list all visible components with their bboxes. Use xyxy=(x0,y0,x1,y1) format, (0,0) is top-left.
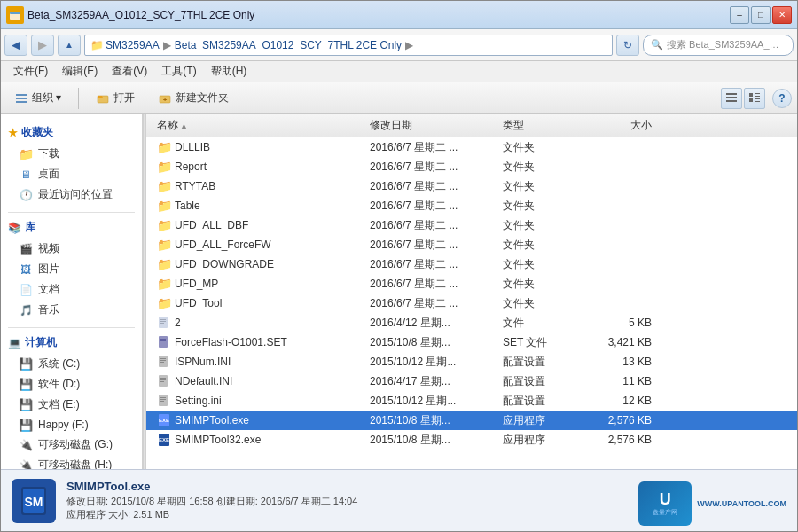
sidebar-item-g-drive[interactable]: 🔌 可移动磁盘 (G:) xyxy=(1,434,142,455)
ini-icon xyxy=(157,355,171,369)
file-date-cell: 2015/10/12 星期... xyxy=(366,355,499,370)
file-type-cell: 配置设置 xyxy=(499,374,588,389)
sidebar: ★ 收藏夹 📁 下载 🖥 桌面 🕐 最近访问的位置 xyxy=(1,114,143,469)
sidebar-item-desktop[interactable]: 🖥 桌面 xyxy=(1,164,142,184)
sidebar-item-h-drive[interactable]: 🔌 可移动磁盘 (H:) xyxy=(1,455,142,469)
file-type-cell: 文件夹 xyxy=(499,238,588,253)
sidebar-item-e-drive[interactable]: 💾 文档 (E:) xyxy=(1,395,142,415)
table-row[interactable]: 📁 UFD_DOWNGRADE 2016/6/7 星期二 ... 文件夹 xyxy=(146,254,797,274)
table-row[interactable]: EXE SMIMPTool.exe 2015/10/8 星期... 应用程序 2… xyxy=(146,411,797,430)
sidebar-item-documents[interactable]: 📄 文档 xyxy=(1,279,142,300)
sidebar-favorites-title[interactable]: ★ 收藏夹 xyxy=(1,121,142,144)
file-name-cell: EXE SMIMPTool32.exe xyxy=(153,433,366,447)
table-row[interactable]: Setting.ini 2015/10/12 星期... 配置设置 12 KB xyxy=(146,391,797,411)
sidebar-item-video[interactable]: 🎬 视频 xyxy=(1,239,142,259)
table-row[interactable]: 📁 DLLLIB 2016/6/7 星期二 ... 文件夹 xyxy=(146,137,797,157)
view-details-button[interactable] xyxy=(744,88,765,109)
table-row[interactable]: 📁 UFD_ALL_DBF 2016/6/7 星期二 ... 文件夹 xyxy=(146,215,797,235)
menu-edit[interactable]: 编辑(E) xyxy=(55,62,105,81)
minimize-button[interactable]: – xyxy=(730,6,749,24)
sidebar-library-title[interactable]: 📚 库 xyxy=(1,216,142,239)
file-name-cell: Setting.ini xyxy=(153,394,366,408)
help-button[interactable]: ? xyxy=(772,89,792,108)
svg-rect-2 xyxy=(16,94,27,96)
table-row[interactable]: 📁 Report 2016/6/7 星期二 ... 文件夹 xyxy=(146,157,797,176)
file-type-icon xyxy=(157,374,171,388)
svg-rect-34 xyxy=(160,399,166,400)
menu-tools[interactable]: 工具(T) xyxy=(154,62,203,81)
col-size-header[interactable]: 大小 xyxy=(588,114,659,137)
sidebar-item-music[interactable]: 🎵 音乐 xyxy=(1,300,142,320)
sidebar-favorites-section: ★ 收藏夹 📁 下载 🖥 桌面 🕐 最近访问的位置 xyxy=(1,121,142,205)
file-date-cell: 2016/6/7 星期二 ... xyxy=(366,257,499,272)
menu-view[interactable]: 查看(V) xyxy=(105,62,154,81)
sidebar-item-pictures[interactable]: 🖼 图片 xyxy=(1,259,142,279)
table-row[interactable]: 📁 Table 2016/6/7 星期二 ... 文件夹 xyxy=(146,196,797,215)
svg-rect-21 xyxy=(159,336,168,348)
sidebar-item-d-drive[interactable]: 💾 软件 (D:) xyxy=(1,374,142,395)
address-bar[interactable]: 📁 SM3259AA ▶ Beta_SM3259AA_O1012_SCY_7TH… xyxy=(84,35,613,56)
up-button[interactable]: ▲ xyxy=(58,35,81,56)
library-icon: 📚 xyxy=(8,222,21,234)
col-type-header[interactable]: 类型 xyxy=(499,114,588,137)
breadcrumb-sep1: ▶ xyxy=(163,39,171,51)
svg-rect-9 xyxy=(726,97,737,98)
file-name-cell: 📁 UFD_ALL_ForceFW xyxy=(153,238,366,252)
open-button[interactable]: 打开 xyxy=(88,86,143,111)
watermark: U 盘量产网 WWW.UPANTOOL.COM xyxy=(638,481,786,526)
close-button[interactable]: ✕ xyxy=(772,6,792,24)
table-row[interactable]: EXE SMIMPTool32.exe 2015/10/8 星期... 应用程序… xyxy=(146,430,797,450)
col-date-header[interactable]: 修改日期 xyxy=(366,114,499,137)
file-type-cell: 文件夹 xyxy=(499,296,588,311)
table-row[interactable]: 📁 UFD_ALL_ForceFW 2016/6/7 星期二 ... 文件夹 xyxy=(146,235,797,254)
svg-rect-18 xyxy=(160,319,166,320)
sidebar-item-c-drive[interactable]: 💾 系统 (C:) xyxy=(1,354,142,374)
folder-icon: 📁 xyxy=(157,140,172,154)
view-list-button[interactable] xyxy=(721,88,742,109)
sidebar-item-f-drive[interactable]: 💾 Happy (F:) xyxy=(1,415,142,434)
watermark-logo: U 盘量产网 xyxy=(638,481,692,526)
desktop-icon: 🖥 xyxy=(19,168,33,182)
file-name-cell: ForceFlash-O1001.SET xyxy=(153,335,366,349)
table-row[interactable]: ISPNum.INI 2015/10/12 星期... 配置设置 13 KB xyxy=(146,352,797,372)
menu-help[interactable]: 帮助(H) xyxy=(204,62,254,81)
col-name-header[interactable]: 名称 ▲ xyxy=(153,114,366,137)
organize-button[interactable]: 组织 ▾ xyxy=(6,86,69,111)
svg-rect-22 xyxy=(160,339,166,340)
table-row[interactable]: 📁 UFD_Tool 2016/6/7 星期二 ... 文件夹 xyxy=(146,293,797,313)
toolbar-sep1 xyxy=(78,88,79,109)
c-drive-icon: 💾 xyxy=(19,357,33,372)
table-row[interactable]: NDefault.INI 2016/4/17 星期... 配置设置 11 KB xyxy=(146,372,797,391)
window-icon xyxy=(6,6,24,24)
svg-rect-11 xyxy=(749,93,753,97)
set-icon xyxy=(157,335,171,349)
file-date-cell: 2016/4/12 星期... xyxy=(366,316,499,331)
file-name-cell: 📁 Report xyxy=(153,160,366,174)
forward-button[interactable]: ▶ xyxy=(31,35,54,56)
sidebar-item-downloads[interactable]: 📁 下载 xyxy=(1,144,142,164)
maximize-button[interactable]: □ xyxy=(751,6,771,24)
sidebar-computer-title[interactable]: 💻 计算机 xyxy=(1,332,142,354)
menu-bar: 文件(F) 编辑(E) 查看(V) 工具(T) 帮助(H) xyxy=(1,61,797,82)
file-name-cell: 📁 UFD_DOWNGRADE xyxy=(153,257,366,271)
svg-rect-26 xyxy=(160,360,166,361)
file-type-cell: 应用程序 xyxy=(499,413,588,428)
table-row[interactable]: 2 2016/4/12 星期... 文件 5 KB xyxy=(146,313,797,332)
search-box[interactable]: 🔍 搜索 Beta_SM3259AA_O1012_SCY... xyxy=(643,35,794,56)
table-row[interactable]: ForceFlash-O1001.SET 2015/10/8 星期... SET… xyxy=(146,332,797,352)
new-folder-icon: + xyxy=(158,91,172,106)
table-row[interactable]: 📁 UFD_MP 2016/6/7 星期二 ... 文件夹 xyxy=(146,274,797,293)
file-type-icon: 📁 xyxy=(157,179,171,193)
file-type-cell: 文件夹 xyxy=(499,277,588,292)
refresh-button[interactable]: ↻ xyxy=(616,35,639,56)
file-type-icon: 📁 xyxy=(157,238,171,252)
file-size-cell: 2,576 KB xyxy=(588,434,659,446)
table-row[interactable]: 📁 RTYTAB 2016/6/7 星期二 ... 文件夹 xyxy=(146,176,797,196)
sidebar-item-recent[interactable]: 🕐 最近访问的位置 xyxy=(1,184,142,205)
back-button[interactable]: ◀ xyxy=(4,35,27,56)
new-folder-button[interactable]: + 新建文件夹 xyxy=(150,86,237,111)
menu-file[interactable]: 文件(F) xyxy=(6,62,55,81)
svg-rect-29 xyxy=(160,378,166,379)
picture-icon: 🖼 xyxy=(19,262,33,277)
svg-rect-23 xyxy=(160,340,166,341)
